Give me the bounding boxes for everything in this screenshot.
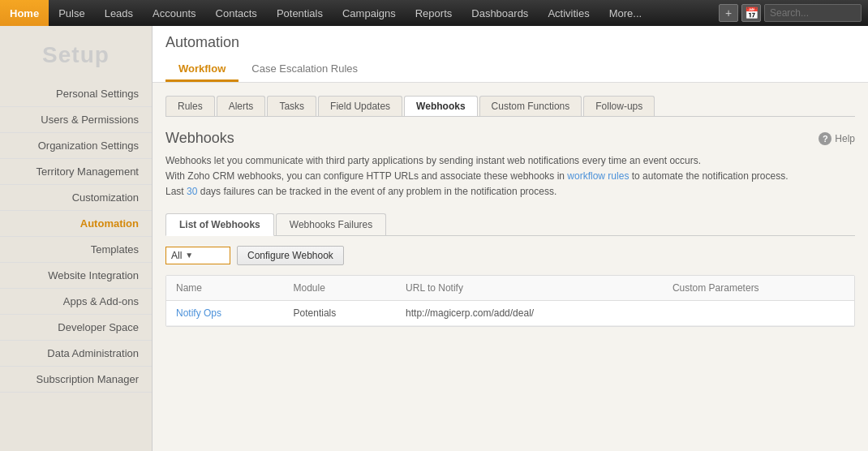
sidebar-item-personal-settings[interactable]: Personal Settings bbox=[0, 81, 152, 107]
subtab-workflow[interactable]: Workflow bbox=[165, 58, 238, 82]
desc-line1: Webhooks let you communicate with third … bbox=[165, 155, 701, 166]
sidebar-item-automation[interactable]: Automation bbox=[0, 211, 152, 237]
nav-item-activities[interactable]: Activities bbox=[538, 0, 599, 26]
nav-item-dashboards[interactable]: Dashboards bbox=[462, 0, 538, 26]
innertab-webhooks[interactable]: Webhooks bbox=[404, 96, 477, 116]
innertab-rules[interactable]: Rules bbox=[165, 96, 215, 116]
nav-item-potentials[interactable]: Potentials bbox=[267, 0, 333, 26]
innertab-follow-ups[interactable]: Follow-ups bbox=[583, 96, 655, 116]
help-label: Help bbox=[835, 133, 855, 144]
col-header-module: Module bbox=[284, 276, 397, 301]
main-content: Automation Workflow Case Escalation Rule… bbox=[153, 26, 868, 451]
innertab-custom-functions[interactable]: Custom Functions bbox=[479, 96, 582, 116]
innertab-alerts[interactable]: Alerts bbox=[217, 96, 266, 116]
nav-item-campaigns[interactable]: Campaigns bbox=[333, 0, 406, 26]
desc-line2: With Zoho CRM webhooks, you can configur… bbox=[165, 170, 789, 182]
help-icon: ? bbox=[819, 132, 831, 145]
sidebar-item-organization-settings[interactable]: Organization Settings bbox=[0, 133, 152, 159]
webhooks-table-body: Notify Ops Potentials http://magicerp.co… bbox=[166, 300, 854, 325]
sidebar-item-customization[interactable]: Customization bbox=[0, 185, 152, 211]
sidebar-item-website-integration[interactable]: Website Integration bbox=[0, 263, 152, 289]
main-layout: Setup Personal Settings Users & Permissi… bbox=[0, 26, 868, 451]
configure-webhook-button[interactable]: Configure Webhook bbox=[237, 246, 344, 265]
nav-item-leads[interactable]: Leads bbox=[95, 0, 143, 26]
workflow-rules-link[interactable]: workflow rules bbox=[567, 170, 629, 182]
webhooks-panel: Webhooks ? Help Webhooks let you communi… bbox=[165, 130, 855, 327]
setup-title: Setup bbox=[0, 34, 152, 81]
webhooks-section-title: Webhooks ? Help bbox=[165, 130, 855, 147]
dropdown-arrow-icon: ▼ bbox=[185, 251, 193, 260]
listtab-list[interactable]: List of Webhooks bbox=[165, 213, 274, 236]
cell-name: Notify Ops bbox=[166, 300, 284, 325]
nav-item-accounts[interactable]: Accounts bbox=[143, 0, 205, 26]
sidebar-item-data-administration[interactable]: Data Administration bbox=[0, 341, 152, 367]
sidebar-item-templates[interactable]: Templates bbox=[0, 237, 152, 263]
nav-item-home[interactable]: Home bbox=[0, 0, 49, 26]
webhook-name-link[interactable]: Notify Ops bbox=[176, 307, 221, 319]
inner-tabs: Rules Alerts Tasks Field Updates Webhook… bbox=[165, 96, 855, 117]
listtab-failures[interactable]: Webhooks Failures bbox=[276, 213, 387, 235]
help-link[interactable]: ? Help bbox=[819, 132, 855, 145]
dropdown-value: All bbox=[171, 250, 182, 261]
col-header-custom-params: Custom Parameters bbox=[663, 276, 854, 301]
cell-custom-params bbox=[663, 300, 854, 325]
sidebar-item-subscription-manager[interactable]: Subscription Manager bbox=[0, 367, 152, 393]
nav-right-actions: + 📅 bbox=[719, 4, 868, 22]
table-header-row: Name Module URL to Notify Custom Paramet… bbox=[166, 276, 854, 301]
module-dropdown[interactable]: All ▼ bbox=[165, 247, 230, 264]
desc-line3: Last 30 days failures can be tracked in … bbox=[165, 186, 556, 197]
webhooks-description: Webhooks let you communicate with third … bbox=[165, 153, 855, 200]
sub-tabs: Workflow Case Escalation Rules bbox=[165, 58, 855, 82]
page-title: Automation bbox=[165, 34, 855, 51]
calendar-button[interactable]: 📅 bbox=[741, 4, 761, 22]
cell-module: Potentials bbox=[284, 300, 397, 325]
sidebar: Setup Personal Settings Users & Permissi… bbox=[0, 26, 153, 451]
days-highlight: 30 bbox=[187, 186, 197, 197]
add-button[interactable]: + bbox=[719, 4, 738, 22]
global-search-input[interactable] bbox=[764, 4, 862, 22]
nav-item-reports[interactable]: Reports bbox=[406, 0, 462, 26]
webhooks-toolbar: All ▼ Configure Webhook bbox=[165, 246, 855, 265]
cell-url: http://magicerp.com/add/deal/ bbox=[396, 300, 663, 325]
col-header-name: Name bbox=[166, 276, 284, 301]
page-header: Automation Workflow Case Escalation Rule… bbox=[153, 26, 868, 83]
nav-item-contacts[interactable]: Contacts bbox=[206, 0, 267, 26]
nav-items: Home Pulse Leads Accounts Contacts Poten… bbox=[0, 0, 719, 26]
table-row: Notify Ops Potentials http://magicerp.co… bbox=[166, 300, 854, 325]
top-navigation: Home Pulse Leads Accounts Contacts Poten… bbox=[0, 0, 868, 26]
content-area: Rules Alerts Tasks Field Updates Webhook… bbox=[153, 83, 868, 340]
innertab-field-updates[interactable]: Field Updates bbox=[318, 96, 402, 116]
nav-item-more[interactable]: More... bbox=[599, 0, 651, 26]
sidebar-item-developer-space[interactable]: Developer Space bbox=[0, 315, 152, 341]
webhooks-title-text: Webhooks bbox=[165, 130, 234, 147]
sidebar-item-users-permissions[interactable]: Users & Permissions bbox=[0, 107, 152, 133]
webhooks-table: Name Module URL to Notify Custom Paramet… bbox=[166, 276, 854, 326]
nav-item-pulse[interactable]: Pulse bbox=[49, 0, 95, 26]
list-tabs: List of Webhooks Webhooks Failures bbox=[165, 213, 855, 236]
subtab-case-escalation[interactable]: Case Escalation Rules bbox=[238, 58, 371, 82]
sidebar-item-territory-management[interactable]: Territory Management bbox=[0, 159, 152, 185]
webhooks-table-container: Name Module URL to Notify Custom Paramet… bbox=[165, 275, 855, 327]
sidebar-item-apps-addons[interactable]: Apps & Add-ons bbox=[0, 289, 152, 315]
innertab-tasks[interactable]: Tasks bbox=[267, 96, 316, 116]
col-header-url: URL to Notify bbox=[396, 276, 663, 301]
